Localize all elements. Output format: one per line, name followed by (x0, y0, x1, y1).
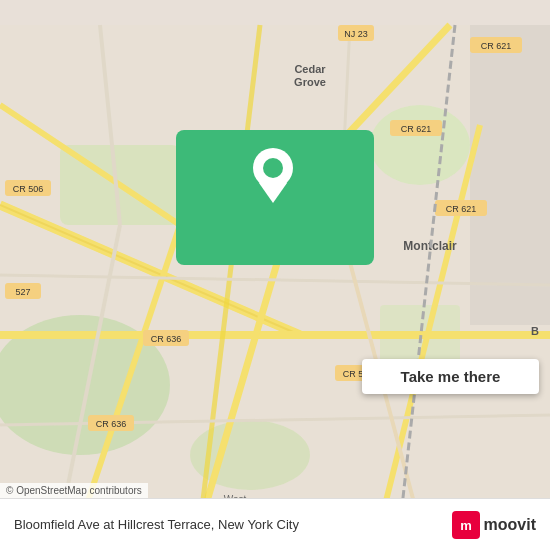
svg-point-5 (190, 420, 310, 490)
map-container: CR 621 CR 621 CR 621 CR 506 527 NJ 23 CR… (0, 0, 550, 550)
moovit-text: moovit (484, 516, 536, 534)
svg-line-13 (0, 105, 180, 225)
svg-text:CR 621: CR 621 (446, 204, 477, 214)
svg-text:CR 621: CR 621 (401, 124, 432, 134)
svg-text:Montclair: Montclair (403, 239, 457, 253)
svg-point-1 (0, 315, 170, 455)
svg-text:CR 506: CR 506 (13, 184, 44, 194)
moovit-logo: m moovit (452, 511, 536, 539)
svg-rect-28 (5, 180, 51, 196)
svg-rect-30 (5, 283, 41, 299)
svg-line-45 (400, 25, 455, 525)
svg-text:Cedar: Cedar (294, 63, 326, 75)
svg-line-18 (0, 275, 550, 285)
copyright-text: © OpenStreetMap contributors (6, 485, 142, 496)
svg-rect-6 (470, 25, 550, 325)
svg-text:m: m (460, 518, 472, 533)
location-pin-icon (251, 148, 299, 196)
svg-marker-47 (259, 183, 287, 203)
svg-line-12 (380, 125, 480, 525)
svg-line-14 (80, 225, 180, 525)
svg-text:CR 621: CR 621 (481, 41, 512, 51)
copyright-bar: © OpenStreetMap contributors (0, 483, 148, 498)
svg-rect-34 (143, 330, 189, 346)
svg-point-48 (263, 158, 283, 178)
bottom-bar: Bloomfield Ave at Hillcrest Terrace, New… (0, 498, 550, 550)
svg-rect-26 (435, 200, 487, 216)
svg-rect-32 (338, 25, 374, 41)
svg-line-16 (100, 25, 120, 225)
svg-text:CR 636: CR 636 (151, 334, 182, 344)
svg-rect-0 (0, 25, 550, 525)
svg-text:Grove: Grove (294, 76, 326, 88)
take-me-there-button[interactable]: Take me there (362, 359, 539, 394)
svg-line-17 (60, 225, 120, 525)
svg-line-20 (0, 415, 550, 425)
moovit-icon: m (452, 511, 480, 539)
svg-rect-24 (390, 120, 442, 136)
svg-rect-3 (60, 145, 180, 225)
map-svg: CR 621 CR 621 CR 621 CR 506 527 NJ 23 CR… (0, 0, 550, 550)
svg-text:527: 527 (15, 287, 30, 297)
svg-text:B: B (531, 325, 539, 337)
svg-rect-4 (380, 305, 460, 365)
svg-line-15 (200, 25, 260, 525)
location-overlay: Take me there (176, 130, 374, 265)
svg-text:NJ 23: NJ 23 (344, 29, 368, 39)
svg-point-2 (370, 105, 470, 185)
svg-rect-22 (470, 37, 522, 53)
svg-text:CR 636: CR 636 (96, 419, 127, 429)
svg-rect-36 (88, 415, 134, 431)
address-label: Bloomfield Ave at Hillcrest Terrace, New… (14, 517, 452, 532)
